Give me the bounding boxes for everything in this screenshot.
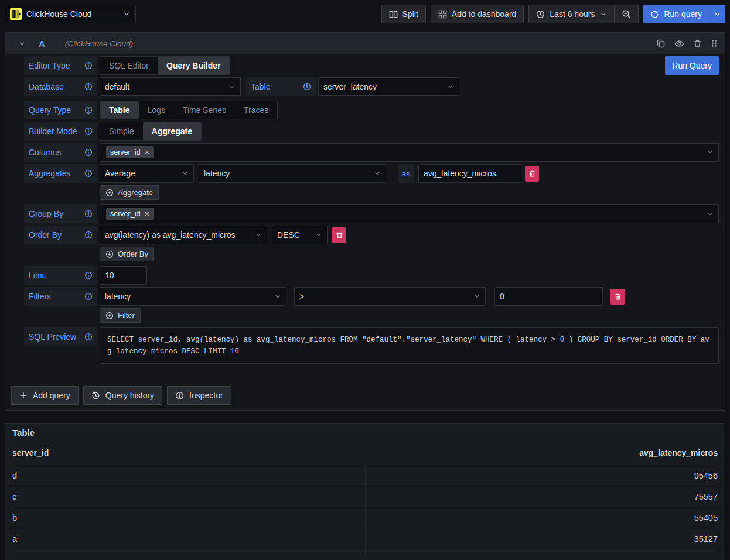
query-type-option-logs[interactable]: Logs: [139, 101, 174, 119]
split-label: Split: [402, 9, 418, 19]
run-query-label: Run query: [664, 9, 702, 19]
limit-input[interactable]: [100, 266, 147, 285]
table-select[interactable]: server_latency: [318, 77, 459, 96]
database-select[interactable]: default: [100, 77, 241, 96]
remove-chip-icon[interactable]: ✕: [144, 149, 149, 156]
editor-type-option-query-builder[interactable]: Query Builder: [158, 57, 230, 74]
aggregate-function-select[interactable]: Average: [100, 164, 194, 183]
as-keyword-label: as: [398, 164, 414, 183]
column-header-server-id[interactable]: server_id: [12, 448, 365, 457]
info-icon[interactable]: [84, 83, 93, 91]
builder-mode-option-simple[interactable]: Simple: [100, 122, 143, 140]
query-type-option-table[interactable]: Table: [100, 101, 139, 119]
eye-icon[interactable]: [674, 39, 684, 49]
chevron-down-icon: [224, 83, 236, 90]
query-type-option-time-series[interactable]: Time Series: [174, 101, 235, 119]
group-by-multiselect[interactable]: server_id ✕: [100, 204, 719, 223]
plus-circle-icon: [105, 189, 114, 197]
remove-order-by-button[interactable]: [332, 227, 346, 243]
chevron-down-icon: [702, 210, 714, 217]
time-zoom-out-button[interactable]: [614, 5, 638, 23]
toolbar-actions: Split Add to dashboard Last 6 hours: [381, 5, 725, 23]
plus-circle-icon: [105, 312, 114, 320]
history-icon: [91, 391, 100, 400]
remove-filter-button[interactable]: [610, 289, 625, 305]
search-minus-icon: [622, 9, 631, 19]
plus-icon: [19, 391, 28, 399]
table-row[interactable]: b 55405: [11, 507, 719, 528]
datasource-picker[interactable]: ClickHouse Cloud: [5, 5, 136, 23]
selected-column-chip: server_id ✕: [106, 146, 154, 158]
builder-mode-radio-group: Simple Aggregate: [100, 122, 202, 141]
remove-chip-icon[interactable]: ✕: [144, 211, 149, 217]
query-history-button[interactable]: Query history: [83, 386, 162, 405]
collapse-chevron-icon[interactable]: [18, 40, 26, 47]
info-icon[interactable]: [84, 106, 93, 114]
clickhouse-logo-icon: [10, 8, 22, 20]
query-type-option-traces[interactable]: Traces: [235, 101, 277, 119]
info-icon[interactable]: [84, 148, 93, 156]
info-icon[interactable]: [84, 271, 93, 279]
info-icon[interactable]: [84, 231, 93, 239]
order-by-field-select[interactable]: avg(latency) as avg_latency_micros: [100, 226, 267, 244]
editor-run-query-button[interactable]: Run Query: [665, 56, 719, 75]
chevron-down-icon: [469, 293, 480, 300]
editor-type-option-sql-editor[interactable]: SQL Editor: [100, 57, 158, 74]
remove-aggregate-button[interactable]: [525, 166, 539, 182]
columns-label: Columns: [24, 143, 97, 162]
trash-icon[interactable]: [693, 39, 702, 48]
time-range-label: Last 6 hours: [550, 9, 595, 19]
table-row[interactable]: d 95456: [11, 465, 719, 486]
chevron-down-icon: [714, 11, 721, 18]
split-button[interactable]: Split: [381, 5, 426, 23]
table-panel: Table server_id avg_latency_micros d 954…: [5, 423, 725, 560]
inspector-button[interactable]: Inspector: [167, 386, 231, 405]
run-query-dropdown-button[interactable]: [709, 5, 725, 23]
sync-icon: [650, 10, 659, 19]
aggregate-alias-input[interactable]: [418, 164, 521, 183]
group-by-chip: server_id ✕: [106, 208, 154, 220]
run-query-button[interactable]: Run query: [643, 5, 709, 23]
column-header-avg-latency-micros[interactable]: avg_latency_micros: [365, 448, 718, 457]
explore-page: ClickHouse Cloud Split Add to dashboard …: [0, 0, 730, 560]
aggregates-label: Aggregates: [24, 164, 97, 183]
query-ref-id[interactable]: A: [39, 39, 45, 49]
top-toolbar: ClickHouse Cloud Split Add to dashboard …: [5, 5, 725, 23]
add-filter-button[interactable]: Filter: [100, 308, 141, 323]
table-row[interactable]: a 35127: [11, 528, 719, 549]
filter-value-input[interactable]: [494, 287, 603, 306]
drag-handle-icon[interactable]: [711, 39, 718, 48]
info-icon[interactable]: [84, 210, 93, 218]
query-editor-footer: Add query Query history Inspector: [5, 371, 725, 410]
chevron-down-icon: [122, 10, 131, 18]
chevron-down-icon: [311, 231, 322, 238]
editor-type-radio-group: SQL Editor Query Builder: [100, 56, 230, 75]
info-icon[interactable]: [84, 333, 93, 341]
query-type-label: Query Type: [24, 101, 97, 119]
order-by-direction-select[interactable]: DESC: [272, 226, 328, 244]
add-query-button[interactable]: Add query: [11, 386, 79, 405]
info-icon[interactable]: [84, 169, 93, 177]
aggregate-column-select[interactable]: latency: [199, 164, 386, 183]
time-range-button[interactable]: Last 6 hours: [529, 5, 614, 23]
duplicate-query-icon[interactable]: [656, 39, 666, 48]
filter-column-select[interactable]: latency: [100, 287, 286, 306]
chevron-down-icon: [270, 293, 281, 300]
add-order-by-button[interactable]: Order By: [100, 247, 154, 261]
table-row[interactable]: c 75557: [11, 486, 719, 507]
query-editor-header: A (ClickHouse Cloud): [5, 33, 725, 54]
add-to-dashboard-button[interactable]: Add to dashboard: [431, 5, 524, 23]
info-icon[interactable]: [84, 292, 93, 301]
add-aggregate-button[interactable]: Aggregate: [100, 185, 159, 200]
limit-label: Limit: [24, 266, 97, 285]
info-icon[interactable]: [84, 127, 93, 135]
query-datasource-name: (ClickHouse Cloud): [65, 39, 133, 48]
info-icon[interactable]: [303, 83, 311, 91]
columns-multiselect[interactable]: server_id ✕: [100, 143, 719, 162]
editor-type-label: Editor Type: [24, 56, 97, 75]
sql-preview-label: SQL Preview: [24, 327, 97, 346]
chevron-down-icon: [442, 83, 454, 90]
builder-mode-option-aggregate[interactable]: Aggregate: [143, 122, 201, 140]
info-icon[interactable]: [84, 62, 93, 70]
filter-operator-select[interactable]: >: [294, 287, 486, 306]
